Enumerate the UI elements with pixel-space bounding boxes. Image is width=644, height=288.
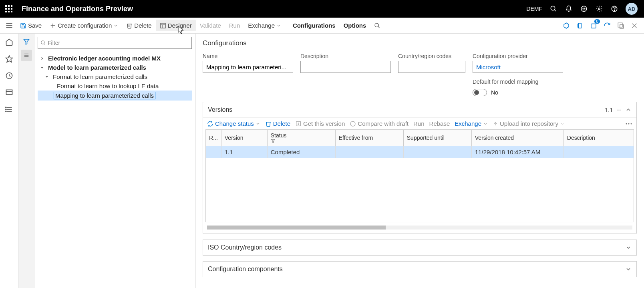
description-field[interactable] bbox=[300, 61, 391, 73]
list-toggle-icon[interactable] bbox=[21, 50, 32, 61]
nav-toggle-icon[interactable] bbox=[2, 19, 16, 32]
v-exchange-button[interactable]: Exchange bbox=[455, 120, 488, 127]
svg-line-26 bbox=[378, 26, 379, 28]
country-field[interactable] bbox=[398, 61, 465, 73]
tree-pane: Electronic ledger accounting model MX Mo… bbox=[34, 34, 195, 288]
table-row[interactable]: 1.1 Completed 11/29/2018 10:42:57 AM bbox=[206, 146, 634, 158]
help-icon[interactable] bbox=[610, 5, 618, 13]
refresh-icon[interactable] bbox=[602, 21, 612, 30]
config-tree: Electronic ledger accounting model MX Mo… bbox=[38, 54, 192, 101]
smile-icon[interactable] bbox=[580, 5, 588, 13]
cycle-icon bbox=[207, 121, 213, 127]
bell-icon[interactable] bbox=[565, 5, 573, 13]
create-config-label: Create configuration bbox=[58, 22, 112, 29]
delete-button[interactable]: Delete bbox=[122, 20, 155, 31]
svg-rect-5 bbox=[11, 8, 12, 10]
col-created[interactable]: Version created bbox=[471, 130, 564, 146]
trash-icon bbox=[126, 22, 133, 29]
funnel-icon[interactable] bbox=[21, 36, 32, 47]
col-version[interactable]: Version bbox=[221, 130, 267, 146]
versions-section: Versions 1.1 -- Change status Delete bbox=[203, 102, 637, 234]
v-run-button: Run bbox=[413, 120, 425, 127]
search-icon[interactable] bbox=[549, 5, 557, 13]
svg-point-25 bbox=[375, 23, 378, 27]
description-label: Description bbox=[300, 53, 391, 59]
chevron-down-icon bbox=[483, 121, 488, 126]
more-icon[interactable] bbox=[625, 123, 632, 125]
create-config-button[interactable]: Create configuration bbox=[46, 20, 122, 31]
filter-input[interactable] bbox=[48, 40, 189, 46]
col-effective[interactable]: Effective from bbox=[335, 130, 403, 146]
svg-point-16 bbox=[614, 10, 615, 11]
change-status-button[interactable]: Change status bbox=[207, 120, 260, 127]
svg-marker-50 bbox=[46, 76, 48, 77]
user-avatar[interactable]: AD bbox=[626, 3, 638, 15]
svg-marker-43 bbox=[24, 39, 29, 44]
tree-filter[interactable] bbox=[38, 37, 192, 49]
nav-rail bbox=[0, 34, 18, 288]
save-label: Save bbox=[28, 22, 42, 29]
command-bar: Save Create configuration Delete Designe… bbox=[0, 18, 644, 34]
filter-column bbox=[18, 34, 34, 288]
options-button[interactable]: Options bbox=[340, 20, 370, 31]
name-field[interactable] bbox=[203, 61, 293, 73]
svg-point-41 bbox=[5, 109, 6, 110]
chevron-down-icon bbox=[45, 75, 50, 79]
versions-header[interactable]: Versions 1.1 -- bbox=[203, 102, 636, 117]
search-icon bbox=[40, 40, 46, 46]
designer-button[interactable]: Designer bbox=[156, 20, 196, 31]
download-icon bbox=[295, 121, 302, 127]
chevron-down-icon bbox=[40, 66, 46, 70]
popout-icon[interactable] bbox=[616, 21, 626, 30]
chevron-down-icon bbox=[276, 23, 281, 28]
star-icon[interactable] bbox=[3, 53, 15, 65]
tree-node-selected[interactable]: Mapping to learn parameterized calls bbox=[38, 91, 192, 101]
attachments-icon[interactable] bbox=[561, 21, 571, 30]
close-icon[interactable] bbox=[630, 21, 639, 30]
exchange-button[interactable]: Exchange bbox=[244, 20, 285, 31]
col-desc[interactable]: Description bbox=[564, 130, 634, 146]
modules-icon[interactable] bbox=[3, 103, 15, 115]
tree-node[interactable]: Format to learn how to lookup LE data bbox=[38, 81, 192, 91]
save-button[interactable]: Save bbox=[16, 20, 46, 31]
home-icon[interactable] bbox=[3, 36, 15, 48]
app-launcher-icon[interactable] bbox=[3, 3, 14, 14]
h-scrollbar[interactable] bbox=[207, 226, 632, 230]
col-supported[interactable]: Supported until bbox=[403, 130, 471, 146]
svg-rect-2 bbox=[11, 5, 12, 7]
tree-node[interactable]: Model to learn parameterized calls bbox=[38, 63, 192, 72]
recent-icon[interactable] bbox=[3, 70, 15, 82]
v-delete-button[interactable]: Delete bbox=[265, 120, 290, 127]
company-indicator[interactable]: DEMF bbox=[526, 6, 542, 12]
search-commands-button[interactable] bbox=[370, 20, 384, 31]
svg-marker-33 bbox=[6, 56, 12, 62]
validate-button[interactable]: Validate bbox=[196, 20, 225, 31]
workspace-icon[interactable] bbox=[3, 87, 15, 99]
default-mapping-toggle[interactable] bbox=[473, 89, 487, 96]
office-icon[interactable] bbox=[575, 21, 585, 30]
svg-rect-4 bbox=[8, 8, 10, 10]
iso-section[interactable]: ISO Country/region codes bbox=[203, 240, 637, 256]
provider-field[interactable] bbox=[473, 61, 563, 73]
chevron-down-icon bbox=[625, 244, 632, 251]
current-version: 1.1 bbox=[604, 107, 613, 113]
col-r[interactable]: R... bbox=[206, 130, 221, 146]
svg-rect-35 bbox=[6, 90, 12, 95]
versions-grid[interactable]: R... Version Status Effective from Suppo… bbox=[205, 129, 634, 158]
detail-pane: Configurations Name Description Country/… bbox=[195, 34, 644, 288]
svg-rect-1 bbox=[8, 5, 10, 7]
tree-node[interactable]: Format to learn parameterized calls bbox=[38, 72, 192, 81]
run-button[interactable]: Run bbox=[225, 20, 244, 31]
section-title: Configurations bbox=[203, 39, 637, 47]
badge-icon[interactable]: 0 bbox=[589, 21, 598, 30]
gear-icon[interactable] bbox=[595, 5, 603, 13]
svg-rect-3 bbox=[5, 8, 7, 10]
components-section[interactable]: Configuration components bbox=[203, 261, 637, 277]
col-status[interactable]: Status bbox=[267, 130, 335, 146]
plus-icon bbox=[50, 22, 56, 29]
chevron-down-icon bbox=[256, 121, 260, 126]
svg-rect-8 bbox=[11, 11, 12, 12]
configurations-button[interactable]: Configurations bbox=[289, 20, 340, 31]
svg-line-48 bbox=[44, 44, 45, 45]
tree-node[interactable]: Electronic ledger accounting model MX bbox=[38, 54, 192, 63]
